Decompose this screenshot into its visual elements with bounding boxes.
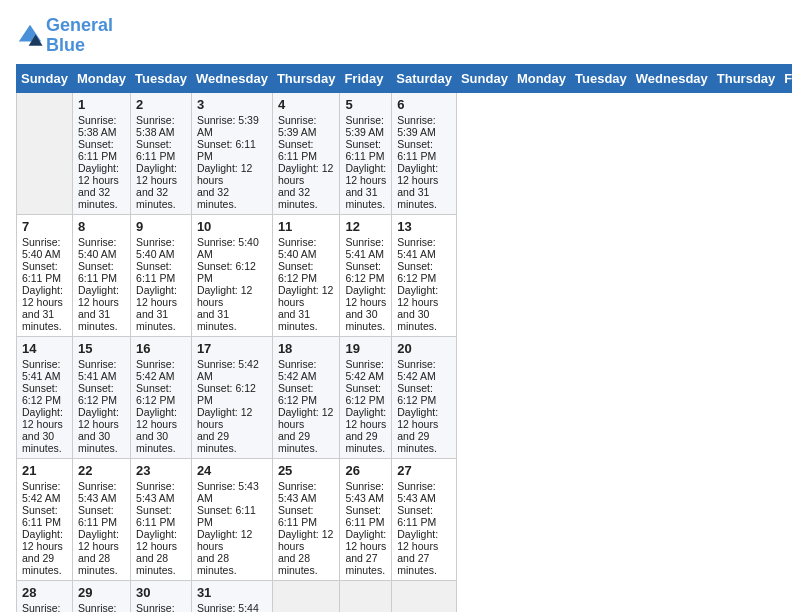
calendar-cell: 10Sunrise: 5:40 AMSunset: 6:12 PMDayligh…: [191, 214, 272, 336]
day-header-monday: Monday: [512, 64, 570, 92]
day-number: 12: [345, 219, 386, 234]
day-info: Sunrise: 5:40 AMSunset: 6:11 PMDaylight:…: [78, 236, 119, 332]
day-info: Sunrise: 5:42 AMSunset: 6:12 PMDaylight:…: [345, 358, 386, 454]
day-number: 16: [136, 341, 186, 356]
day-info: Sunrise: 5:41 AMSunset: 6:12 PMDaylight:…: [345, 236, 386, 332]
day-header-saturday: Saturday: [392, 64, 457, 92]
day-info: Sunrise: 5:43 AMSunset: 6:11 PMDaylight:…: [278, 480, 333, 576]
calendar-cell: 11Sunrise: 5:40 AMSunset: 6:12 PMDayligh…: [272, 214, 340, 336]
calendar-cell: 28Sunrise: 5:43 AMSunset: 6:11 PMDayligh…: [17, 580, 73, 612]
day-info: Sunrise: 5:40 AMSunset: 6:11 PMDaylight:…: [136, 236, 177, 332]
calendar-cell: 23Sunrise: 5:43 AMSunset: 6:11 PMDayligh…: [131, 458, 192, 580]
day-info: Sunrise: 5:39 AMSunset: 6:11 PMDaylight:…: [197, 114, 259, 210]
day-info: Sunrise: 5:43 AMSunset: 6:11 PMDaylight:…: [22, 602, 63, 612]
calendar-cell: 1Sunrise: 5:38 AMSunset: 6:11 PMDaylight…: [72, 92, 130, 214]
page-header: General Blue: [16, 16, 776, 56]
calendar-cell: 13Sunrise: 5:41 AMSunset: 6:12 PMDayligh…: [392, 214, 457, 336]
day-number: 4: [278, 97, 335, 112]
day-info: Sunrise: 5:40 AMSunset: 6:11 PMDaylight:…: [22, 236, 63, 332]
calendar-cell: 25Sunrise: 5:43 AMSunset: 6:11 PMDayligh…: [272, 458, 340, 580]
calendar-cell: [392, 580, 457, 612]
day-number: 6: [397, 97, 451, 112]
day-header-tuesday: Tuesday: [131, 64, 192, 92]
day-number: 15: [78, 341, 125, 356]
calendar-cell: [340, 580, 392, 612]
calendar-cell: 16Sunrise: 5:42 AMSunset: 6:12 PMDayligh…: [131, 336, 192, 458]
day-number: 18: [278, 341, 335, 356]
day-header-monday: Monday: [72, 64, 130, 92]
calendar-cell: 19Sunrise: 5:42 AMSunset: 6:12 PMDayligh…: [340, 336, 392, 458]
day-number: 20: [397, 341, 451, 356]
day-number: 1: [78, 97, 125, 112]
calendar-cell: 9Sunrise: 5:40 AMSunset: 6:11 PMDaylight…: [131, 214, 192, 336]
day-info: Sunrise: 5:43 AMSunset: 6:11 PMDaylight:…: [397, 480, 438, 576]
day-number: 2: [136, 97, 186, 112]
day-number: 9: [136, 219, 186, 234]
day-info: Sunrise: 5:39 AMSunset: 6:11 PMDaylight:…: [397, 114, 438, 210]
calendar-week-row: 21Sunrise: 5:42 AMSunset: 6:11 PMDayligh…: [17, 458, 793, 580]
calendar-cell: 29Sunrise: 5:44 AMSunset: 6:10 PMDayligh…: [72, 580, 130, 612]
day-number: 23: [136, 463, 186, 478]
day-info: Sunrise: 5:42 AMSunset: 6:12 PMDaylight:…: [136, 358, 177, 454]
day-number: 28: [22, 585, 67, 600]
day-info: Sunrise: 5:44 AMSunset: 6:10 PMDaylight:…: [197, 602, 259, 612]
day-info: Sunrise: 5:43 AMSunset: 6:11 PMDaylight:…: [78, 480, 119, 576]
day-info: Sunrise: 5:40 AMSunset: 6:12 PMDaylight:…: [197, 236, 259, 332]
day-info: Sunrise: 5:42 AMSunset: 6:12 PMDaylight:…: [278, 358, 333, 454]
day-info: Sunrise: 5:38 AMSunset: 6:11 PMDaylight:…: [78, 114, 119, 210]
calendar-cell: 27Sunrise: 5:43 AMSunset: 6:11 PMDayligh…: [392, 458, 457, 580]
calendar-header-row: SundayMondayTuesdayWednesdayThursdayFrid…: [17, 64, 793, 92]
calendar-cell: [272, 580, 340, 612]
calendar-cell: 2Sunrise: 5:38 AMSunset: 6:11 PMDaylight…: [131, 92, 192, 214]
day-number: 30: [136, 585, 186, 600]
day-number: 3: [197, 97, 267, 112]
day-number: 22: [78, 463, 125, 478]
day-number: 14: [22, 341, 67, 356]
day-info: Sunrise: 5:42 AMSunset: 6:12 PMDaylight:…: [397, 358, 438, 454]
calendar-cell: 24Sunrise: 5:43 AMSunset: 6:11 PMDayligh…: [191, 458, 272, 580]
day-info: Sunrise: 5:42 AMSunset: 6:12 PMDaylight:…: [197, 358, 259, 454]
day-header-wednesday: Wednesday: [191, 64, 272, 92]
day-number: 19: [345, 341, 386, 356]
calendar-cell: 7Sunrise: 5:40 AMSunset: 6:11 PMDaylight…: [17, 214, 73, 336]
day-header-friday: Friday: [340, 64, 392, 92]
day-header-thursday: Thursday: [272, 64, 340, 92]
calendar-cell: 3Sunrise: 5:39 AMSunset: 6:11 PMDaylight…: [191, 92, 272, 214]
calendar-cell: 4Sunrise: 5:39 AMSunset: 6:11 PMDaylight…: [272, 92, 340, 214]
day-info: Sunrise: 5:41 AMSunset: 6:12 PMDaylight:…: [22, 358, 63, 454]
day-header-friday: Friday: [780, 64, 792, 92]
day-info: Sunrise: 5:39 AMSunset: 6:11 PMDaylight:…: [278, 114, 333, 210]
day-number: 10: [197, 219, 267, 234]
day-info: Sunrise: 5:43 AMSunset: 6:11 PMDaylight:…: [136, 480, 177, 576]
calendar-week-row: 7Sunrise: 5:40 AMSunset: 6:11 PMDaylight…: [17, 214, 793, 336]
day-number: 17: [197, 341, 267, 356]
calendar-cell: 5Sunrise: 5:39 AMSunset: 6:11 PMDaylight…: [340, 92, 392, 214]
day-info: Sunrise: 5:39 AMSunset: 6:11 PMDaylight:…: [345, 114, 386, 210]
day-info: Sunrise: 5:42 AMSunset: 6:11 PMDaylight:…: [22, 480, 63, 576]
calendar-cell: 8Sunrise: 5:40 AMSunset: 6:11 PMDaylight…: [72, 214, 130, 336]
calendar-cell: 15Sunrise: 5:41 AMSunset: 6:12 PMDayligh…: [72, 336, 130, 458]
logo: General Blue: [16, 16, 113, 56]
day-info: Sunrise: 5:41 AMSunset: 6:12 PMDaylight:…: [397, 236, 438, 332]
day-header-sunday: Sunday: [17, 64, 73, 92]
day-info: Sunrise: 5:44 AMSunset: 6:10 PMDaylight:…: [136, 602, 177, 612]
day-info: Sunrise: 5:38 AMSunset: 6:11 PMDaylight:…: [136, 114, 177, 210]
calendar-cell: [17, 92, 73, 214]
day-header-thursday: Thursday: [712, 64, 780, 92]
calendar-cell: 12Sunrise: 5:41 AMSunset: 6:12 PMDayligh…: [340, 214, 392, 336]
calendar-cell: 26Sunrise: 5:43 AMSunset: 6:11 PMDayligh…: [340, 458, 392, 580]
logo-icon: [16, 22, 44, 50]
day-info: Sunrise: 5:43 AMSunset: 6:11 PMDaylight:…: [197, 480, 259, 576]
day-header-tuesday: Tuesday: [571, 64, 632, 92]
calendar-cell: 18Sunrise: 5:42 AMSunset: 6:12 PMDayligh…: [272, 336, 340, 458]
day-info: Sunrise: 5:41 AMSunset: 6:12 PMDaylight:…: [78, 358, 119, 454]
day-info: Sunrise: 5:43 AMSunset: 6:11 PMDaylight:…: [345, 480, 386, 576]
logo-text: General Blue: [46, 16, 113, 56]
day-number: 13: [397, 219, 451, 234]
calendar-cell: 6Sunrise: 5:39 AMSunset: 6:11 PMDaylight…: [392, 92, 457, 214]
day-number: 11: [278, 219, 335, 234]
calendar-cell: 20Sunrise: 5:42 AMSunset: 6:12 PMDayligh…: [392, 336, 457, 458]
calendar-week-row: 28Sunrise: 5:43 AMSunset: 6:11 PMDayligh…: [17, 580, 793, 612]
day-number: 25: [278, 463, 335, 478]
calendar-week-row: 1Sunrise: 5:38 AMSunset: 6:11 PMDaylight…: [17, 92, 793, 214]
